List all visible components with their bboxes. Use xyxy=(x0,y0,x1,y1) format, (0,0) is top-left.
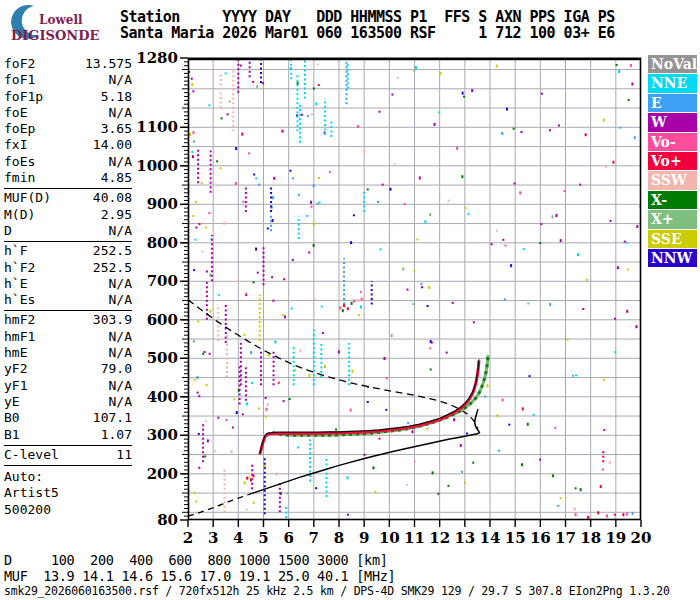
param-value: N/A xyxy=(109,105,132,121)
param-row-D: DN/A xyxy=(4,223,132,239)
param-label: fmin xyxy=(4,170,35,186)
param-label: yF2 xyxy=(4,361,27,377)
scaled-traces xyxy=(188,300,488,516)
param-value: N/A xyxy=(109,292,132,308)
param-label: MUF(D) xyxy=(4,190,51,206)
param-label: foEs xyxy=(4,154,35,170)
param-label: C-level xyxy=(4,447,59,463)
legend-item-vo: Vo- xyxy=(648,133,697,151)
footer-status-line: smk29_2026060163500.rsf / 720fx512h 25 k… xyxy=(4,584,700,598)
muf-transmission-curve xyxy=(188,300,478,429)
y-axis-label: 1100 xyxy=(136,118,178,136)
param-value: 252.5 xyxy=(93,260,132,276)
param-value: 14.00 xyxy=(93,137,132,153)
x-axis-label: 17 xyxy=(555,529,576,547)
param-value: 11 xyxy=(116,447,132,463)
param-value: 1.07 xyxy=(101,427,132,443)
legend-item-w: W xyxy=(648,113,697,131)
param-row-foEp: foEp3.65 xyxy=(4,121,132,137)
param-value: 2.95 xyxy=(101,207,132,223)
x-axis-label: 12 xyxy=(429,529,450,547)
x-axis-label: 3 xyxy=(208,529,218,547)
autoscaling-line: 500200 xyxy=(4,502,132,518)
param-value: N/A xyxy=(109,329,132,345)
legend-item-x: X- xyxy=(648,191,697,209)
param-row-B1: B11.07 xyxy=(4,427,132,443)
param-row-foF1: foF1N/A xyxy=(4,72,132,88)
y-axis-label: 1000 xyxy=(136,157,178,175)
param-label: hmE xyxy=(4,345,27,361)
logo-digisonde-text: DIGISONDE xyxy=(11,28,99,43)
muf-values-row: MUF 13.9 14.1 14.6 15.6 17.0 19.1 25.0 4… xyxy=(4,569,395,585)
param-value: N/A xyxy=(109,394,132,410)
param-row-fxI: fxI14.00 xyxy=(4,137,132,153)
y-axis-label: 400 xyxy=(147,388,178,406)
param-value: N/A xyxy=(109,378,132,394)
param-value: 13.575 xyxy=(85,56,132,72)
legend-item-e: E xyxy=(648,94,697,112)
param-value: N/A xyxy=(109,345,132,361)
grid-lines xyxy=(188,58,641,520)
legend-item-ssw: SSW xyxy=(648,171,697,189)
ionogram-canvas: 8020030040050060070080090010001100128023… xyxy=(188,58,641,520)
param-label: yF1 xyxy=(4,378,27,394)
direction-legend: NoValNNEEWVo-Vo+SSWX-X+SSENNW xyxy=(648,55,697,268)
param-row-hmF1: hmF1N/A xyxy=(4,329,132,345)
x-axis-label: 4 xyxy=(233,529,243,547)
param-value: N/A xyxy=(109,72,132,88)
y-axis-label: 80 xyxy=(157,511,178,529)
x-trace xyxy=(272,355,488,435)
x-axis-label: 20 xyxy=(631,529,652,547)
x-axis-label: 16 xyxy=(530,529,551,547)
param-label: foF2 xyxy=(4,56,35,72)
parameter-panel: foF213.575foF1N/AfoF1p5.18foEN/AfoEp3.65… xyxy=(4,51,132,518)
x-axis-label: 15 xyxy=(505,529,526,547)
param-row-yF1: yF1N/A xyxy=(4,378,132,394)
param-label: hmF2 xyxy=(4,312,35,328)
param-value: N/A xyxy=(109,223,132,239)
y-axis-label: 600 xyxy=(147,311,178,329)
x-axis-label: 2 xyxy=(183,529,193,547)
param-value: 40.08 xyxy=(93,190,132,206)
param-label: h`F2 xyxy=(4,260,35,276)
param-label: M(D) xyxy=(4,207,35,223)
param-row-hF2: h`F2252.5 xyxy=(4,260,132,276)
param-label: hmF1 xyxy=(4,329,35,345)
x-axis-label: 7 xyxy=(309,529,319,547)
x-axis-label: 13 xyxy=(454,529,475,547)
y-axis-label: 300 xyxy=(147,426,178,444)
param-row-fmin: fmin4.85 xyxy=(4,170,132,186)
x-axis-label: 10 xyxy=(379,529,400,547)
param-label: B0 xyxy=(4,410,20,426)
x-axis-label: 18 xyxy=(580,529,601,547)
param-row-hE: h`EN/A xyxy=(4,276,132,292)
param-value: 303.9 xyxy=(93,312,132,328)
param-row-hEs: h`EsN/A xyxy=(4,292,132,308)
param-value: 79.0 xyxy=(101,361,132,377)
param-group: C-level11 xyxy=(4,446,132,466)
y-axis-label: 700 xyxy=(147,272,178,290)
param-group: MUF(D)40.08M(D)2.95DN/A xyxy=(4,189,132,242)
param-row-hmF2: hmF2303.9 xyxy=(4,312,132,328)
x-axis-label: 19 xyxy=(605,529,626,547)
param-group: foF213.575foF1N/AfoF1p5.18foEN/AfoEp3.65… xyxy=(4,51,132,189)
param-label: fxI xyxy=(4,137,27,153)
param-label: foF1p xyxy=(4,89,43,105)
param-row-yF2: yF279.0 xyxy=(4,361,132,377)
param-row-foEs: foEsN/A xyxy=(4,154,132,170)
header-station-values: Santa Maria 2026 Mar01 060 163500 RSF 1 … xyxy=(120,25,615,41)
y-axis-label: 800 xyxy=(147,234,178,252)
param-row-yE: yEN/A xyxy=(4,394,132,410)
param-label: yE xyxy=(4,394,20,410)
param-row-hmE: hmEN/A xyxy=(4,345,132,361)
logo-lowell-text: Lowell xyxy=(39,13,83,27)
muf-table: D 100 200 400 600 800 1000 1500 3000 [km… xyxy=(4,553,395,584)
param-row-hF: h`F252.5 xyxy=(4,243,132,259)
d-distance-row: D 100 200 400 600 800 1000 1500 3000 [km… xyxy=(4,553,395,569)
param-row-foE: foEN/A xyxy=(4,105,132,121)
header-column-labels: Station YYYY DAY DDD HHMMSS P1 FFS S AXN… xyxy=(120,9,615,25)
legend-item-vo: Vo+ xyxy=(648,152,697,170)
y-axis-label: 200 xyxy=(147,465,178,483)
param-row-MD: M(D)2.95 xyxy=(4,207,132,223)
param-label: D xyxy=(4,223,12,239)
